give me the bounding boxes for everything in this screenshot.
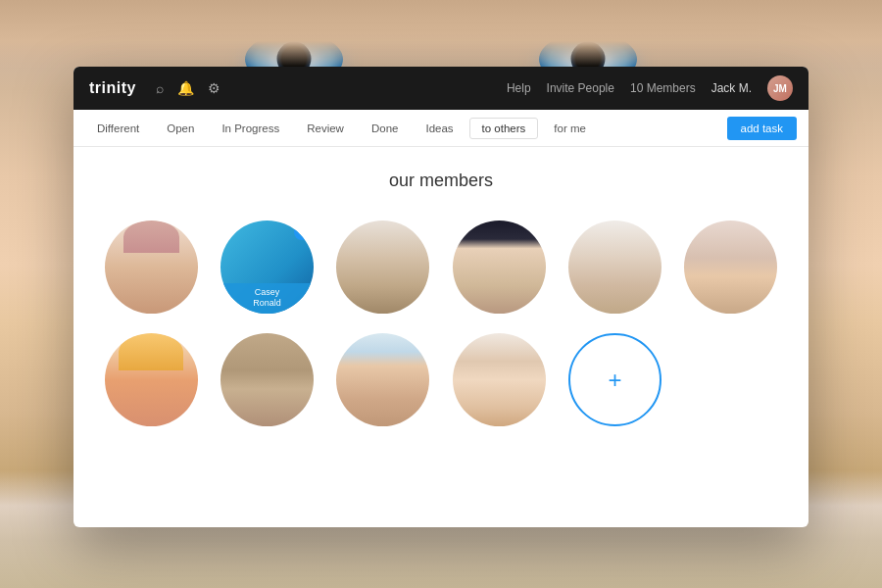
members-grid: + CaseyRonald +	[103, 220, 779, 426]
member-label-casey: CaseyRonald	[220, 283, 314, 314]
member-8[interactable]	[220, 333, 314, 426]
member-2[interactable]: + CaseyRonald	[220, 220, 314, 314]
navbar-icons: ⌕ 🔔 ⚙	[156, 81, 220, 95]
member-10[interactable]	[453, 333, 546, 426]
plus-badge: +	[294, 224, 310, 240]
app-brand: trinity	[89, 79, 136, 97]
add-task-button[interactable]: add task	[727, 117, 797, 140]
tabbar: Different Open In Progress Review Done I…	[74, 110, 808, 147]
user-name: Jack M.	[711, 81, 752, 95]
page-title: our members	[103, 171, 779, 191]
avatar[interactable]: JM	[767, 75, 793, 101]
tab-different[interactable]: Different	[85, 119, 151, 138]
member-1[interactable]	[105, 220, 198, 314]
tab-ideas[interactable]: Ideas	[414, 119, 465, 138]
search-icon[interactable]: ⌕	[156, 81, 164, 95]
tab-review[interactable]: Review	[295, 119, 356, 138]
invite-link[interactable]: Invite People	[547, 81, 614, 95]
member-5[interactable]	[568, 220, 662, 314]
tab-for-me[interactable]: for me	[542, 119, 598, 138]
navbar-right: Help Invite People 10 Members Jack M. JM	[507, 75, 793, 101]
tab-open[interactable]: Open	[155, 119, 206, 138]
tab-in-progress[interactable]: In Progress	[210, 119, 291, 138]
member-6[interactable]	[684, 220, 777, 314]
tab-to-others[interactable]: to others	[469, 118, 539, 139]
member-9[interactable]	[336, 333, 429, 426]
member-3[interactable]	[336, 220, 429, 314]
add-member-button[interactable]: +	[568, 333, 662, 426]
member-4[interactable]	[453, 220, 546, 314]
bell-icon[interactable]: 🔔	[177, 81, 194, 95]
help-link[interactable]: Help	[507, 81, 531, 95]
member-7[interactable]	[105, 333, 198, 426]
members-count[interactable]: 10 Members	[630, 81, 696, 95]
app-window: trinity ⌕ 🔔 ⚙ Help Invite People 10 Memb…	[74, 67, 808, 527]
add-icon: +	[608, 367, 621, 394]
main-content: our members + CaseyRonald	[74, 147, 808, 527]
navbar: trinity ⌕ 🔔 ⚙ Help Invite People 10 Memb…	[74, 67, 808, 110]
tab-done[interactable]: Done	[360, 119, 411, 138]
skin-top	[0, 0, 882, 69]
settings-icon[interactable]: ⚙	[208, 81, 220, 95]
